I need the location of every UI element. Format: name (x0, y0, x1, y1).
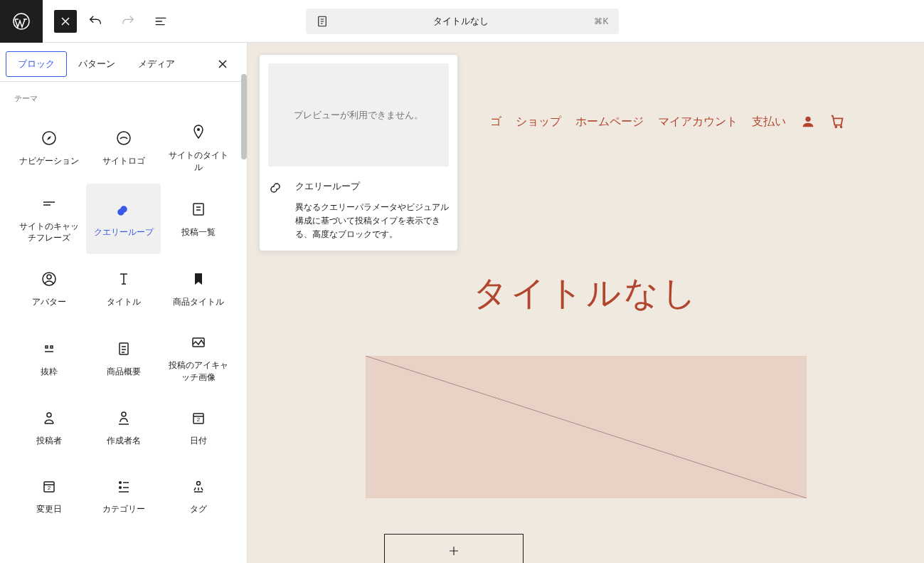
block-site-tagline[interactable]: サイトのキャッチフレーズ (11, 184, 86, 255)
preview-unavailable: プレビューが利用できません。 (268, 63, 449, 167)
block-date[interactable]: 2 日付 (161, 394, 235, 462)
block-query-loop[interactable]: クエリーループ (86, 184, 161, 255)
svg-point-10 (47, 413, 51, 417)
toolbar-left (0, 0, 175, 43)
pin-icon (190, 124, 207, 141)
svg-point-7 (47, 275, 51, 279)
categories-icon (115, 478, 132, 495)
block-product-summary[interactable]: 商品概要 (86, 322, 161, 394)
svg-point-17 (119, 486, 122, 489)
block-inserter-panel: ブロック パターン メディア テーマ ナビゲーション サイトロゴ (0, 43, 248, 563)
undo-icon (87, 14, 103, 29)
nav-pay[interactable]: 支払い (752, 115, 786, 130)
add-block-button[interactable] (384, 534, 524, 563)
block-excerpt[interactable]: 抜粋 (11, 322, 86, 394)
placeholder-diagonal-icon (366, 356, 807, 498)
block-preview-popup: プレビューが利用できません。 クエリーループ 異なるクエリーパラメータやビジュア… (259, 54, 458, 251)
command-shortcut: ⌘K (594, 16, 608, 26)
plus-icon (447, 544, 460, 557)
block-navigation[interactable]: ナビゲーション (11, 112, 86, 184)
author-icon (41, 409, 58, 426)
close-panel-button[interactable] (210, 51, 235, 77)
tagline-icon (41, 195, 58, 212)
nav-logo-partial[interactable]: ゴ (490, 115, 501, 130)
main-area: ブロック パターン メディア テーマ ナビゲーション サイトロゴ (0, 43, 924, 563)
document-overview-button[interactable] (147, 7, 175, 36)
preview-description: 異なるクエリーパラメータやビジュアル構成に基づいて投稿タイプを表示できる、高度な… (268, 201, 449, 242)
editor-canvas[interactable]: プレビューが利用できません。 クエリーループ 異なるクエリーパラメータやビジュア… (248, 43, 924, 563)
block-site-title[interactable]: サイトのタイトル (161, 112, 235, 184)
logo-icon (115, 130, 132, 147)
undo-button[interactable] (81, 7, 110, 36)
scrollbar[interactable] (241, 74, 247, 159)
tags-icon (190, 478, 207, 495)
user-icon[interactable] (800, 114, 816, 130)
author-name-icon (115, 409, 132, 426)
calendar-icon: 2 (41, 478, 58, 495)
tab-blocks[interactable]: ブロック (6, 51, 67, 77)
page-title[interactable]: タイトルなし (473, 270, 699, 316)
svg-point-11 (122, 412, 126, 416)
block-tags[interactable]: タグ (161, 462, 235, 530)
block-site-logo[interactable]: サイトロゴ (86, 112, 161, 184)
wordpress-logo[interactable] (0, 0, 43, 43)
block-categories[interactable]: カテゴリー (86, 462, 161, 530)
nav-account[interactable]: マイアカウント (658, 115, 738, 130)
preview-title: クエリーループ (295, 180, 360, 193)
block-product-title[interactable]: 商品タイトル (161, 254, 235, 322)
svg-text:2: 2 (196, 416, 200, 423)
compass-icon (41, 130, 58, 147)
wordpress-icon (13, 13, 30, 30)
block-avatar[interactable]: アバター (11, 254, 86, 322)
block-author-name[interactable]: 作成者名 (86, 394, 161, 462)
svg-point-19 (805, 117, 810, 122)
page-icon (316, 15, 329, 28)
loop-icon (115, 201, 132, 218)
svg-point-3 (117, 132, 130, 144)
cart-icon[interactable] (830, 114, 846, 130)
list-view-icon (153, 14, 169, 29)
document-title: タイトルなし (336, 15, 588, 28)
editor-toolbar: タイトルなし ⌘K (0, 0, 924, 43)
block-title[interactable]: タイトル (86, 254, 161, 322)
svg-text:2: 2 (47, 485, 51, 491)
calendar-icon: 2 (190, 409, 207, 426)
svg-point-18 (196, 482, 200, 485)
tab-media[interactable]: メディア (127, 52, 186, 76)
block-author[interactable]: 投稿者 (11, 394, 86, 462)
block-posts-list[interactable]: 投稿一覧 (161, 184, 235, 255)
redo-button[interactable] (114, 7, 142, 36)
section-label: テーマ (11, 93, 235, 104)
svg-point-16 (119, 481, 122, 484)
loop-icon (268, 178, 285, 195)
close-inserter-button[interactable] (54, 10, 77, 33)
block-featured-image[interactable]: 投稿のアイキャッチ画像 (161, 322, 235, 394)
posts-icon (190, 201, 207, 218)
image-icon (190, 334, 207, 351)
nav-home[interactable]: ホームページ (575, 115, 644, 130)
x-icon (60, 16, 71, 27)
inserter-body: テーマ ナビゲーション サイトロゴ サイトのタイトル サイトのキャッチフレーズ (0, 82, 247, 563)
quote-icon (41, 340, 58, 357)
document-title-bar[interactable]: タイトルなし ⌘K (306, 9, 619, 34)
bookmark-icon (190, 270, 207, 288)
image-placeholder[interactable] (366, 356, 807, 498)
nav-shop[interactable]: ショップ (516, 115, 561, 130)
tab-patterns[interactable]: パターン (67, 52, 127, 76)
block-grid: ナビゲーション サイトロゴ サイトのタイトル サイトのキャッチフレーズ クエリー… (11, 112, 235, 530)
redo-icon (120, 14, 136, 29)
svg-point-4 (197, 128, 200, 131)
svg-rect-5 (193, 204, 203, 215)
summary-icon (115, 340, 132, 357)
site-navigation: ゴ ショップ ホームページ マイアカウント 支払い (490, 114, 846, 130)
close-icon (217, 58, 228, 70)
title-icon (115, 270, 132, 288)
block-modified-date[interactable]: 2 変更日 (11, 462, 86, 530)
preview-header: クエリーループ (268, 178, 449, 195)
avatar-icon (41, 270, 58, 288)
inserter-tabs: ブロック パターン メディア (0, 43, 247, 82)
svg-line-20 (366, 356, 807, 498)
